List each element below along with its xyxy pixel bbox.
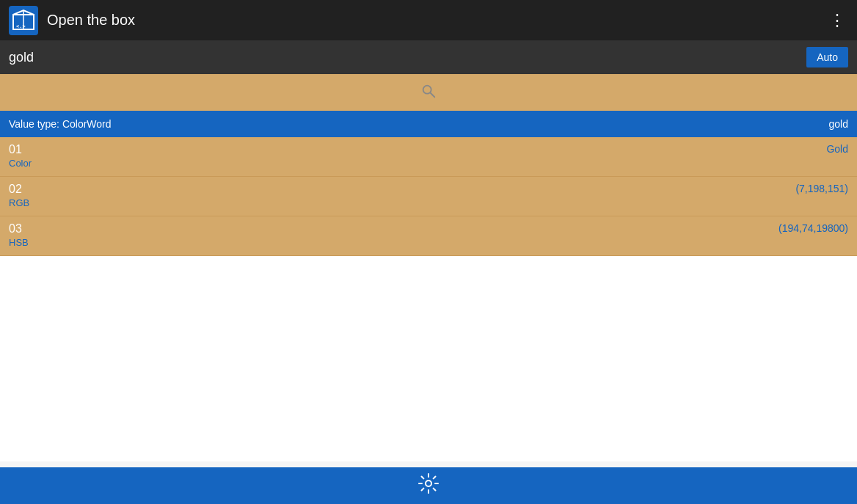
svg-line-5 (431, 92, 435, 97)
row-number: 03 (9, 222, 22, 235)
row-label: RGB (9, 197, 848, 208)
value-type-header: Value type: ColorWord gold (0, 111, 857, 137)
svg-line-13 (434, 476, 436, 478)
row-label: Color (9, 158, 848, 169)
svg-line-12 (434, 488, 436, 490)
value-type-value: gold (829, 118, 848, 130)
row-number: 01 (9, 143, 22, 156)
content-area (0, 256, 857, 461)
row-value: (194,74,19800) (778, 222, 848, 234)
row-label: HSB (9, 237, 848, 248)
gear-icon[interactable] (417, 472, 440, 500)
value-type-label: Value type: ColorWord (9, 118, 112, 130)
bottom-bar (0, 467, 857, 504)
svg-point-6 (426, 481, 431, 486)
row-number: 02 (9, 183, 22, 196)
svg-line-14 (422, 488, 424, 490)
overflow-menu-icon[interactable]: ⋮ (826, 8, 848, 33)
rows-container: 01 Gold Color 02 (7,198,151) RGB 03 (194… (0, 137, 857, 256)
app-icon: <.> (9, 6, 38, 35)
app-title: Open the box (47, 12, 135, 29)
search-icon (420, 83, 437, 103)
row-value: (7,198,151) (795, 183, 848, 194)
table-row: 03 (194,74,19800) HSB (0, 216, 857, 256)
row-value: Gold (826, 143, 848, 155)
auto-button[interactable]: Auto (806, 47, 848, 67)
app-bar-left: <.> Open the box (9, 6, 135, 35)
search-input[interactable] (9, 50, 801, 65)
svg-text:<.>: <.> (16, 23, 26, 29)
svg-point-4 (423, 85, 431, 93)
table-row: 01 Gold Color (0, 137, 857, 177)
search-bar: Auto (0, 40, 857, 74)
color-preview-bar (0, 74, 857, 111)
svg-line-11 (422, 476, 424, 478)
app-bar: <.> Open the box ⋮ (0, 0, 857, 40)
table-row: 02 (7,198,151) RGB (0, 177, 857, 216)
